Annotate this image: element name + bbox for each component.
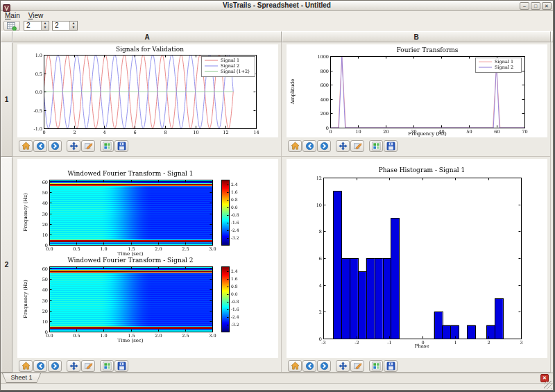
configure-subplots-button[interactable] [369,360,383,372]
zoom-button[interactable] [81,360,95,372]
figure-canvas-windowed-fourier[interactable] [17,159,278,358]
rows-spinbox-value: 2 [24,22,41,30]
sheet-tab[interactable]: Sheet 1 [2,373,41,383]
titlebar[interactable]: VisTrails - Spreadsheet - Untitled –□✕ [1,1,553,11]
zoom-button[interactable] [81,140,95,152]
home-icon [22,142,31,151]
menu-item-view[interactable]: View [27,12,48,19]
configure-subplots-icon [103,361,112,370]
forward-icon [51,142,60,151]
window-title: VisTrails - Spreadsheet - Untitled [1,1,553,9]
menu-item-main[interactable]: Main [3,12,24,19]
forward-button[interactable] [48,140,62,152]
minimize-button[interactable]: – [520,2,529,10]
vistrails-spreadsheet-window: VisTrails - Spreadsheet - Untitled –□✕ M… [0,0,554,391]
sheet-tab-bar: Sheet 1 ✕ [1,373,553,383]
mpl-toolbar [288,360,398,372]
zoom-icon [84,361,93,370]
new-sheet-icon [6,22,17,31]
row-header-2[interactable]: 2 [1,157,12,373]
pan-button[interactable] [336,360,350,372]
back-icon [36,142,45,151]
back-button[interactable] [33,360,47,372]
back-button[interactable] [33,140,47,152]
configure-subplots-button[interactable] [100,360,114,372]
maximize-icon: □ [534,3,537,8]
save-button[interactable] [384,360,398,372]
forward-icon [51,361,60,370]
save-button[interactable] [384,140,398,152]
pan-button[interactable] [67,140,80,152]
column-header-b[interactable]: B [282,31,551,42]
home-icon [22,361,31,370]
figure-canvas-fourier[interactable] [287,44,547,137]
rows-spinbox[interactable]: 2 ▲▼ [24,21,49,31]
back-button[interactable] [302,140,316,152]
mpl-toolbar [19,360,129,372]
maximize-button[interactable]: □ [531,2,540,10]
minimize-icon: – [523,3,526,8]
cell-b1 [282,42,551,157]
forward-icon [320,142,329,151]
home-button[interactable] [288,360,302,372]
save-icon [117,142,126,151]
status-bar [1,383,553,390]
back-icon [305,361,314,370]
figure-canvas-phase-histogram[interactable] [287,159,547,358]
configure-subplots-button[interactable] [369,140,383,152]
pan-button[interactable] [67,360,80,372]
zoom-icon [353,142,362,151]
new-sheet-button[interactable] [3,21,20,31]
home-icon [291,361,300,370]
pan-icon [339,142,348,151]
cell-a1 [12,42,282,157]
forward-button[interactable] [317,360,331,372]
forward-icon [320,361,329,370]
row-header-1[interactable]: 1 [1,42,12,157]
zoom-button[interactable] [350,140,364,152]
back-button[interactable] [302,360,316,372]
pan-button[interactable] [336,140,350,152]
menu-bar: MainView [1,12,553,21]
configure-subplots-icon [103,142,112,151]
cols-spinbox[interactable]: 2 ▲▼ [52,21,78,31]
sheet-corner-cell [1,31,12,42]
save-icon [117,361,126,370]
zoom-button[interactable] [350,360,364,372]
home-button[interactable] [19,360,33,372]
sheet-right-margin [551,42,554,373]
close-icon: ✕ [545,3,549,8]
home-icon [291,142,300,151]
save-button[interactable] [114,140,128,152]
save-button[interactable] [114,360,128,372]
cell-b2 [282,157,551,373]
configure-subplots-button[interactable] [100,140,114,152]
pan-icon [69,142,78,151]
mpl-toolbar [19,140,129,152]
configure-subplots-icon [372,361,381,370]
home-button[interactable] [19,140,33,152]
cell-a2 [12,157,282,373]
spin-down-icon[interactable]: ▼ [70,26,77,30]
home-button[interactable] [288,140,302,152]
cols-spinbox-value: 2 [53,22,69,30]
back-icon [36,361,45,370]
mpl-toolbar [288,140,398,152]
column-header-filler [551,31,554,42]
main-toolbar: 2 ▲▼ 2 ▲▼ [1,21,553,31]
close-button[interactable]: ✕ [542,2,552,10]
save-icon [386,142,395,151]
resize-grip[interactable] [544,381,552,389]
configure-subplots-icon [372,142,381,151]
figure-canvas-signals[interactable] [17,44,278,137]
save-icon [386,361,395,370]
spin-down-icon[interactable]: ▼ [42,26,49,30]
forward-button[interactable] [48,360,62,372]
back-icon [305,142,314,151]
column-header-a[interactable]: A [12,31,282,42]
pan-icon [339,361,348,370]
pan-icon [69,361,78,370]
forward-button[interactable] [317,140,331,152]
zoom-icon [353,361,362,370]
sheet-tab-label: Sheet 1 [2,374,41,381]
